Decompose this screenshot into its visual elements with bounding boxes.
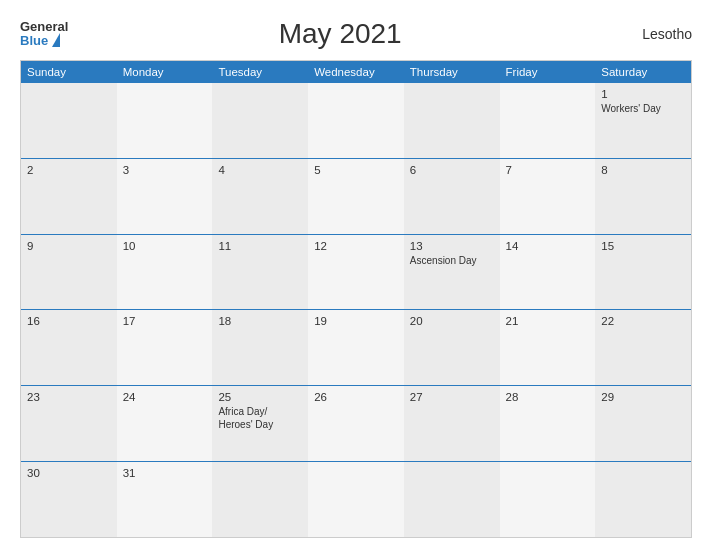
day-number: 20 (410, 315, 494, 327)
calendar-cell: 24 (117, 386, 213, 461)
day-number: 23 (27, 391, 111, 403)
page: General Blue May 2021 Lesotho SundayMond… (0, 0, 712, 550)
day-number: 22 (601, 315, 685, 327)
day-number: 11 (218, 240, 302, 252)
day-number: 6 (410, 164, 494, 176)
calendar-cell (21, 83, 117, 158)
holiday-label: Africa Day/ Heroes' Day (218, 406, 273, 430)
calendar-header-cell: Sunday (21, 61, 117, 83)
calendar-cell: 7 (500, 159, 596, 234)
calendar: SundayMondayTuesdayWednesdayThursdayFrid… (20, 60, 692, 538)
calendar-cell (500, 462, 596, 537)
day-number: 15 (601, 240, 685, 252)
day-number: 25 (218, 391, 302, 403)
day-number: 16 (27, 315, 111, 327)
logo-blue-text: Blue (20, 34, 48, 47)
calendar-week-row: 16171819202122 (21, 309, 691, 385)
logo-general-text: General (20, 20, 68, 33)
day-number: 4 (218, 164, 302, 176)
calendar-cell: 30 (21, 462, 117, 537)
day-number: 7 (506, 164, 590, 176)
calendar-cell (117, 83, 213, 158)
day-number: 17 (123, 315, 207, 327)
calendar-cell: 26 (308, 386, 404, 461)
calendar-header-cell: Wednesday (308, 61, 404, 83)
calendar-week-row: 2345678 (21, 158, 691, 234)
calendar-cell: 5 (308, 159, 404, 234)
calendar-cell: 27 (404, 386, 500, 461)
day-number: 10 (123, 240, 207, 252)
calendar-cell: 3 (117, 159, 213, 234)
day-number: 2 (27, 164, 111, 176)
header: General Blue May 2021 Lesotho (20, 18, 692, 50)
day-number: 26 (314, 391, 398, 403)
calendar-cell: 19 (308, 310, 404, 385)
day-number: 8 (601, 164, 685, 176)
day-number: 3 (123, 164, 207, 176)
calendar-header-cell: Thursday (404, 61, 500, 83)
calendar-cell: 1Workers' Day (595, 83, 691, 158)
calendar-cell: 6 (404, 159, 500, 234)
calendar-cell: 2 (21, 159, 117, 234)
calendar-header-cell: Saturday (595, 61, 691, 83)
calendar-header-cell: Tuesday (212, 61, 308, 83)
calendar-cell: 31 (117, 462, 213, 537)
calendar-header-cell: Friday (500, 61, 596, 83)
day-number: 31 (123, 467, 207, 479)
calendar-cell (404, 462, 500, 537)
logo: General Blue (20, 20, 68, 48)
calendar-cell (404, 83, 500, 158)
calendar-cell (212, 462, 308, 537)
calendar-header-cell: Monday (117, 61, 213, 83)
day-number: 9 (27, 240, 111, 252)
day-number: 28 (506, 391, 590, 403)
calendar-cell: 22 (595, 310, 691, 385)
day-number: 1 (601, 88, 685, 100)
day-number: 27 (410, 391, 494, 403)
calendar-cell (595, 462, 691, 537)
calendar-week-row: 232425Africa Day/ Heroes' Day26272829 (21, 385, 691, 461)
calendar-cell: 25Africa Day/ Heroes' Day (212, 386, 308, 461)
day-number: 19 (314, 315, 398, 327)
calendar-cell: 29 (595, 386, 691, 461)
calendar-cell (500, 83, 596, 158)
calendar-cell: 14 (500, 235, 596, 310)
calendar-cell: 8 (595, 159, 691, 234)
calendar-cell: 12 (308, 235, 404, 310)
day-number: 24 (123, 391, 207, 403)
day-number: 21 (506, 315, 590, 327)
calendar-cell: 21 (500, 310, 596, 385)
calendar-week-row: 3031 (21, 461, 691, 537)
calendar-week-row: 1Workers' Day (21, 83, 691, 158)
day-number: 13 (410, 240, 494, 252)
calendar-cell: 4 (212, 159, 308, 234)
calendar-cell: 23 (21, 386, 117, 461)
day-number: 29 (601, 391, 685, 403)
calendar-cell: 10 (117, 235, 213, 310)
calendar-cell: 16 (21, 310, 117, 385)
calendar-cell: 18 (212, 310, 308, 385)
calendar-week-row: 910111213Ascension Day1415 (21, 234, 691, 310)
calendar-cell: 28 (500, 386, 596, 461)
holiday-label: Ascension Day (410, 255, 477, 266)
day-number: 5 (314, 164, 398, 176)
calendar-cell (308, 83, 404, 158)
calendar-cell (308, 462, 404, 537)
logo-triangle-icon (52, 33, 60, 47)
country-label: Lesotho (612, 26, 692, 42)
calendar-cell: 15 (595, 235, 691, 310)
calendar-cell: 9 (21, 235, 117, 310)
calendar-cell: 17 (117, 310, 213, 385)
day-number: 14 (506, 240, 590, 252)
calendar-cell: 13Ascension Day (404, 235, 500, 310)
calendar-cell: 11 (212, 235, 308, 310)
calendar-header-row: SundayMondayTuesdayWednesdayThursdayFrid… (21, 61, 691, 83)
calendar-cell (212, 83, 308, 158)
holiday-label: Workers' Day (601, 103, 661, 114)
calendar-cell: 20 (404, 310, 500, 385)
day-number: 12 (314, 240, 398, 252)
day-number: 30 (27, 467, 111, 479)
day-number: 18 (218, 315, 302, 327)
calendar-title: May 2021 (68, 18, 612, 50)
calendar-body: 1Workers' Day2345678910111213Ascension D… (21, 83, 691, 537)
